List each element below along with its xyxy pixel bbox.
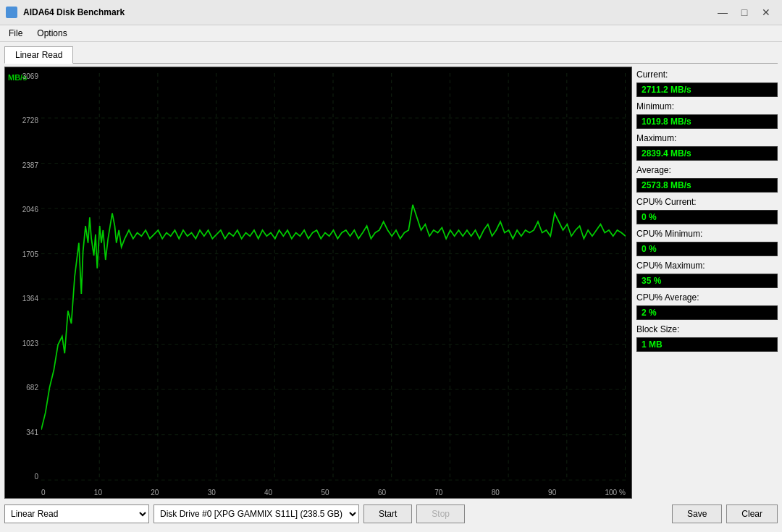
- y-label-3069: 3069: [8, 73, 41, 80]
- average-label: Average:: [636, 165, 778, 175]
- stop-button[interactable]: Stop: [416, 504, 465, 523]
- y-label-1023: 1023: [8, 340, 41, 347]
- x-label-80: 80: [492, 489, 500, 497]
- x-label-100: 100 %: [605, 489, 626, 497]
- app-icon: [6, 7, 17, 18]
- minimize-button[interactable]: —: [712, 4, 733, 20]
- menu-options[interactable]: Options: [31, 27, 72, 40]
- title-bar: AIDA64 Disk Benchmark — □ ✕: [0, 0, 782, 25]
- y-label-2046: 2046: [8, 206, 41, 214]
- x-label-10: 10: [94, 489, 102, 497]
- window-controls: — □ ✕: [712, 4, 776, 20]
- bottom-controls: Linear ReadLinear WriteRandom ReadRandom…: [4, 502, 778, 526]
- minimum-label: Minimum:: [636, 101, 778, 111]
- y-label-0: 0: [8, 473, 41, 481]
- mode-select[interactable]: Linear ReadLinear WriteRandom ReadRandom…: [4, 504, 149, 523]
- start-button[interactable]: Start: [363, 504, 412, 523]
- minimum-value: 1019.8 MB/s: [636, 114, 778, 129]
- menu-bar: File Options: [0, 25, 782, 42]
- y-label-2728: 2728: [8, 117, 41, 124]
- x-label-70: 70: [434, 489, 442, 497]
- current-label: Current:: [636, 69, 778, 80]
- y-label-682: 682: [8, 384, 41, 392]
- main-container: Linear Read MB/s 04:36 3069 2728 2387 20…: [0, 42, 782, 531]
- y-label-341: 341: [8, 429, 41, 436]
- average-value: 2573.8 MB/s: [636, 178, 778, 193]
- maximize-button[interactable]: □: [734, 4, 754, 20]
- maximum-value: 2839.4 MB/s: [636, 146, 778, 161]
- chart-grid: [41, 73, 626, 481]
- x-label-40: 40: [264, 489, 272, 497]
- chart-panel: MB/s 04:36 3069 2728 2387 2046 1705 1364…: [4, 67, 632, 499]
- block-size-label: Block Size:: [636, 324, 778, 334]
- save-button[interactable]: Save: [672, 504, 722, 523]
- cpu-maximum-label: CPU% Maximum:: [636, 261, 778, 271]
- cpu-current-value: 0 %: [636, 210, 778, 224]
- maximum-label: Maximum:: [636, 133, 778, 143]
- x-label-20: 20: [151, 489, 159, 497]
- app-title: AIDA64 Disk Benchmark: [23, 7, 707, 17]
- svg-rect-4: [41, 73, 626, 481]
- cpu-maximum-value: 35 %: [636, 274, 778, 288]
- y-label-2387: 2387: [8, 162, 41, 169]
- disk-select[interactable]: Disk Drive #0 [XPG GAMMIX S11L] (238.5 G…: [154, 504, 359, 523]
- x-labels: 0 10 20 30 40 50 60 70 80 90 100 %: [41, 489, 626, 497]
- x-label-60: 60: [378, 489, 386, 497]
- y-label-1705: 1705: [8, 251, 41, 258]
- menu-file[interactable]: File: [3, 27, 28, 40]
- cpu-current-label: CPU% Current:: [636, 197, 778, 207]
- cpu-minimum-value: 0 %: [636, 242, 778, 256]
- cpu-average-value: 2 %: [636, 305, 778, 320]
- content-area: MB/s 04:36 3069 2728 2387 2046 1705 1364…: [4, 67, 778, 499]
- cpu-minimum-label: CPU% Minimum:: [636, 229, 778, 239]
- block-size-value: 1 MB: [636, 337, 778, 352]
- x-label-50: 50: [321, 489, 329, 497]
- y-label-1364: 1364: [8, 295, 41, 303]
- y-labels: 3069 2728 2387 2046 1705 1364 1023 682 3…: [8, 73, 41, 481]
- x-label-30: 30: [208, 489, 216, 497]
- x-label-90: 90: [548, 489, 556, 497]
- x-label-0: 0: [41, 489, 46, 497]
- tab-linear-read[interactable]: Linear Read: [4, 46, 73, 64]
- close-button[interactable]: ✕: [756, 4, 776, 20]
- cpu-average-label: CPU% Average:: [636, 292, 778, 303]
- tab-bar: Linear Read: [4, 46, 778, 64]
- clear-button[interactable]: Clear: [726, 504, 778, 523]
- stats-panel: Current: 2711.2 MB/s Minimum: 1019.8 MB/…: [636, 67, 778, 499]
- current-value: 2711.2 MB/s: [636, 83, 778, 97]
- chart-svg: [41, 73, 626, 481]
